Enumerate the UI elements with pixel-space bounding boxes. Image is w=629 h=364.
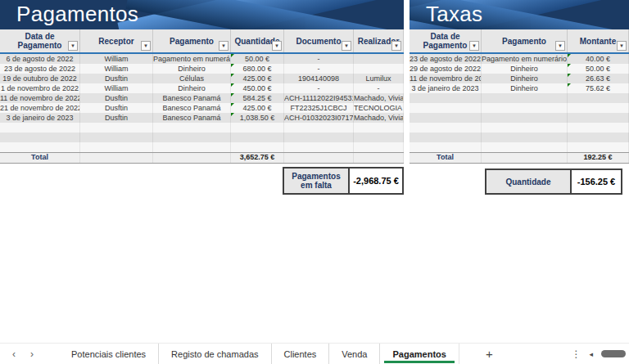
table-cell[interactable]: William — [80, 54, 153, 64]
table-cell[interactable] — [354, 142, 404, 152]
table-row[interactable]: 19 de outubro de 2022DusftinCélulas425.0… — [0, 74, 404, 83]
table-cell[interactable] — [284, 133, 354, 142]
sheet-tab-clientes[interactable]: Clientes — [272, 344, 330, 364]
table-cell[interactable]: William — [80, 64, 153, 74]
sheet-tab-potenciais-clientes[interactable]: Potenciais clientes — [59, 344, 159, 364]
table-row[interactable]: 23 de agosto de 2022WilliamDinheiro680.0… — [0, 64, 404, 74]
table-cell[interactable]: Machado, Vivian — [354, 93, 404, 103]
table-cell[interactable]: 29 de agosto de 2022 — [410, 64, 482, 74]
filter-dropdown-icon[interactable]: ▼ — [342, 41, 351, 51]
filter-dropdown-icon[interactable]: ▼ — [617, 41, 627, 51]
table-cell[interactable]: William — [80, 83, 153, 93]
table-cell[interactable]: Pagamento em numerário — [482, 54, 568, 64]
prev-sheet-icon[interactable]: ‹ — [5, 348, 23, 360]
table-cell[interactable]: Banesco Panamá — [153, 113, 231, 123]
table-cell[interactable] — [482, 133, 568, 142]
table-cell[interactable]: 3 de janeiro de 2023 — [0, 113, 80, 123]
table-cell[interactable] — [482, 113, 568, 123]
filter-dropdown-icon[interactable]: ▼ — [141, 41, 151, 51]
table-cell[interactable]: Dusftin — [80, 113, 153, 123]
table-cell[interactable] — [482, 123, 568, 133]
table-cell[interactable]: Dinheiro — [153, 64, 231, 74]
table-cell[interactable] — [231, 133, 284, 142]
table-cell[interactable]: 680.00 € — [231, 64, 284, 74]
table-cell[interactable] — [354, 123, 404, 133]
table-row[interactable] — [410, 142, 629, 152]
table-cell[interactable]: Lumilux — [354, 74, 404, 83]
table-cell[interactable] — [410, 113, 482, 123]
table-cell[interactable]: 40.00 € — [568, 54, 629, 64]
table-cell[interactable] — [0, 142, 80, 152]
table-cell[interactable] — [568, 133, 629, 142]
table-cell[interactable]: 50.00 € — [568, 64, 629, 74]
table-cell[interactable]: 26.63 € — [568, 74, 629, 83]
table-cell[interactable]: 6 de agosto de 2022 — [0, 54, 80, 64]
table-cell[interactable] — [354, 64, 404, 74]
table-cell[interactable] — [410, 103, 482, 113]
table-cell[interactable]: Dinheiro — [482, 74, 568, 83]
sheet-tab-registo-de-chamadas[interactable]: Registo de chamadas — [159, 344, 271, 364]
table-cell[interactable]: Pagamento em numerário — [153, 54, 231, 64]
table-cell[interactable] — [0, 133, 80, 142]
table-cell[interactable] — [410, 142, 482, 152]
filter-dropdown-icon[interactable]: ▼ — [391, 41, 401, 51]
table-row[interactable]: 11 de novembro de 2022Dinheiro26.63 € — [410, 74, 629, 83]
table-row[interactable] — [410, 133, 629, 142]
table-cell[interactable] — [354, 54, 404, 64]
table-cell[interactable]: Banesco Panamá — [153, 103, 231, 113]
table-cell[interactable]: TECNOLOGIA LED — [354, 103, 404, 113]
table-row[interactable]: 29 de agosto de 2022Dinheiro50.00 € — [410, 64, 629, 74]
table-row[interactable]: 3 de janeiro de 2023DusftinBanesco Panam… — [0, 113, 404, 123]
table-cell[interactable]: Dusftin — [80, 103, 153, 113]
table-cell[interactable] — [0, 123, 80, 133]
table-cell[interactable] — [568, 93, 629, 103]
table-cell[interactable] — [482, 142, 568, 152]
table-cell[interactable] — [568, 142, 629, 152]
table-cell[interactable]: 11 de novembro de 2022 — [410, 74, 482, 83]
table-cell[interactable]: Dusftin — [80, 74, 153, 83]
table-cell[interactable] — [284, 123, 354, 133]
table-row[interactable] — [0, 142, 404, 152]
table-cell[interactable]: Células — [153, 74, 231, 83]
table-cell[interactable]: 50.00 € — [231, 54, 284, 64]
table-cell[interactable] — [231, 142, 284, 152]
table-cell[interactable] — [410, 133, 482, 142]
table-row[interactable] — [410, 113, 629, 123]
sheet-tab-venda[interactable]: Venda — [329, 344, 380, 364]
table-cell[interactable] — [568, 113, 629, 123]
table-cell[interactable] — [482, 103, 568, 113]
table-cell[interactable]: 450.00 € — [231, 83, 284, 93]
table-cell[interactable]: FT22325J1CBCJ — [284, 103, 354, 113]
table-row[interactable]: 6 de agosto de 2022WilliamPagamento em n… — [0, 54, 404, 64]
table-cell[interactable]: 19 de outubro de 2022 — [0, 74, 80, 83]
table-cell[interactable]: - — [284, 64, 354, 74]
table-cell[interactable]: 1,038.50 € — [231, 113, 284, 123]
table-row[interactable]: 3 de janeiro de 2023Dinheiro75.62 € — [410, 83, 629, 93]
table-cell[interactable]: 23 de agosto de 2022 — [0, 64, 80, 74]
table-cell[interactable] — [153, 123, 231, 133]
table-row[interactable]: 1 de novembro de 2022WilliamDinheiro450.… — [0, 83, 404, 93]
sheet-menu-icon[interactable]: ⋮ — [571, 348, 581, 360]
table-row[interactable] — [410, 103, 629, 113]
table-cell[interactable]: 23 de agosto de 2022 — [410, 54, 482, 64]
table-cell[interactable]: 11 de novembro de 2022 — [0, 93, 80, 103]
table-cell[interactable]: - — [284, 54, 354, 64]
table-cell[interactable]: ACH-01032023I071763 — [284, 113, 354, 123]
table-cell[interactable] — [568, 103, 629, 113]
table-cell[interactable] — [482, 93, 568, 103]
table-cell[interactable]: 425.00 € — [231, 103, 284, 113]
table-row[interactable] — [0, 133, 404, 142]
scrollbar-left-arrow-icon[interactable]: ◂ — [589, 350, 593, 358]
table-cell[interactable] — [284, 142, 354, 152]
table-cell[interactable]: Banesco Panamá — [153, 93, 231, 103]
table-cell[interactable] — [410, 123, 482, 133]
table-cell[interactable]: 21 de novembro de 2022 — [0, 103, 80, 113]
table-cell[interactable]: Dinheiro — [482, 83, 568, 93]
filter-dropdown-icon[interactable]: ▼ — [68, 41, 78, 51]
table-cell[interactable]: Dusftin — [80, 93, 153, 103]
filter-dropdown-icon[interactable]: ▼ — [219, 41, 229, 51]
table-row[interactable] — [410, 123, 629, 133]
table-cell[interactable]: 425.00 € — [231, 74, 284, 83]
table-cell[interactable] — [354, 133, 404, 142]
table-row[interactable]: 11 de novembro de 2022DusftinBanesco Pan… — [0, 93, 404, 103]
